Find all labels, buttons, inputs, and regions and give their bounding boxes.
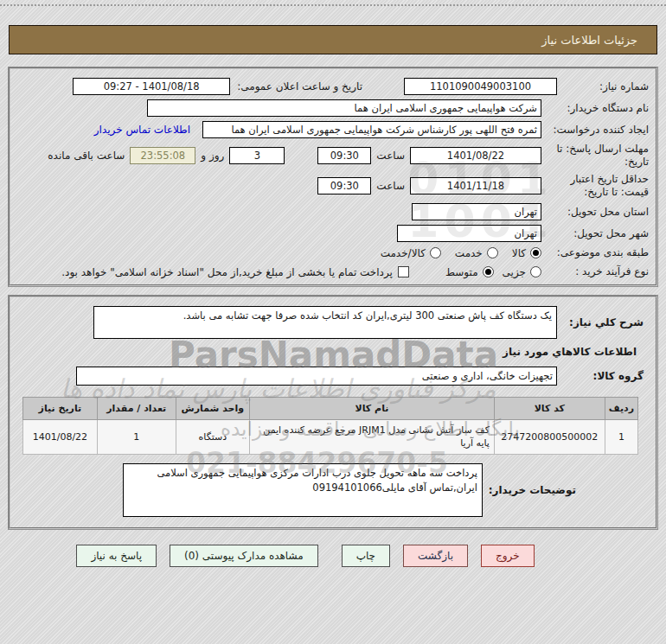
reply-to-need-button[interactable]: پاسخ به نیاز bbox=[76, 545, 157, 567]
category-label: طبقه بندی موضوعی: bbox=[541, 246, 649, 259]
process-radio-medium[interactable] bbox=[483, 266, 494, 277]
price-validity-row: حداقل تاریخ اعتبار قیمت: تا تاریخ: 1401/… bbox=[17, 173, 649, 199]
buyer-notes-field[interactable]: پرداخت سه ماهه تحویل جلوی درب ادارات مرک… bbox=[123, 463, 483, 517]
need-description-row: شرح کلي نياز: یک دستگاه کف پاش صنعتی 300… bbox=[17, 306, 649, 339]
treasury-payment-label: پرداخت تمام یا بخشی از مبلغ خرید,از محل … bbox=[61, 266, 393, 278]
col-quantity: تعداد / مقدار bbox=[97, 398, 176, 420]
category-radio-service[interactable] bbox=[487, 247, 498, 258]
need-items-panel: شرح کلي نياز: یک دستگاه کف پاش صنعتی 300… bbox=[9, 296, 657, 529]
procurement-detail-page: { "header": { "title": "جزئیات اطلاعات ن… bbox=[0, 0, 666, 644]
city-row: شهر محل تحویل: تهران bbox=[17, 225, 649, 242]
category-radio-goods-service[interactable] bbox=[430, 247, 441, 258]
buyer-org-row: نام دستگاه خریدار: شرکت هواپیمایی جمهوری… bbox=[17, 99, 649, 117]
days-remaining-field[interactable]: 3 bbox=[229, 147, 285, 164]
reply-deadline-time-label: ساعت bbox=[376, 150, 405, 162]
cell-quantity: 1 bbox=[97, 420, 176, 455]
need-description-field[interactable]: یک دستگاه کف پاش صنعتی 300 لیتری,ایران ک… bbox=[93, 306, 557, 339]
col-unit: واحد شمارش bbox=[176, 398, 249, 420]
city-label: شهر محل تحویل: bbox=[541, 227, 649, 240]
announce-datetime-label: تاریخ و ساعت اعلان عمومی: bbox=[237, 80, 362, 93]
request-creator-field[interactable]: ثمره فتح اللهی پور کارشناس شرکت هواپیمای… bbox=[202, 121, 541, 138]
action-buttons-row: پاسخ به نیاز مشاهده مدارک پیوستی (0) چاپ… bbox=[0, 545, 614, 567]
col-item-name: نام کالا bbox=[250, 398, 495, 420]
category-row: طبقه بندی موضوعی: کالا خدمت کالا/خدمت bbox=[17, 246, 649, 259]
items-table-header-row: ردیف کد کالا نام کالا واحد شمارش تعداد /… bbox=[23, 398, 638, 420]
category-option-goods-service-label: کالا/خدمت bbox=[381, 247, 426, 259]
countdown-timer: 23:55:08 bbox=[130, 147, 195, 164]
need-number-field[interactable]: 1101090049003100 bbox=[404, 78, 557, 95]
buyer-org-field[interactable]: شرکت هواپیمایی جمهوری اسلامی ایران هما bbox=[147, 99, 541, 117]
cell-item-code: 2747200800500002 bbox=[494, 420, 605, 455]
announce-datetime-field[interactable]: 1401/08/18 - 09:27 bbox=[73, 78, 230, 95]
price-validity-time-label: ساعت bbox=[376, 180, 405, 192]
reply-deadline-row: مهلت ارسال پاسخ: تا تاریخ: 1401/08/22 سا… bbox=[17, 143, 649, 169]
countdown-label: ساعت باقی مانده bbox=[48, 150, 125, 162]
buyer-org-label: نام دستگاه خریدار: bbox=[541, 102, 649, 115]
reply-deadline-label: مهلت ارسال پاسخ: تا تاریخ: bbox=[541, 143, 649, 169]
process-type-label: نوع فرآیند خرید : bbox=[541, 265, 649, 278]
process-radio-minor[interactable] bbox=[530, 266, 541, 277]
goods-group-row: گروه کالا: تجهیزات خانگی، اداری و صنعتی bbox=[17, 367, 649, 386]
cell-need-date: 1401/08/22 bbox=[23, 420, 98, 455]
back-button[interactable]: بازگشت bbox=[403, 545, 468, 567]
items-table: ردیف کد کالا نام کالا واحد شمارش تعداد /… bbox=[22, 397, 638, 455]
treasury-payment-checkbox[interactable] bbox=[398, 266, 409, 277]
page-title: جزئیات اطلاعات نیاز bbox=[541, 34, 637, 47]
price-validity-time-field[interactable]: 09:30 bbox=[317, 177, 371, 194]
need-info-panel: شماره نیاز: 1101090049003100 تاریخ و ساع… bbox=[9, 67, 657, 286]
price-validity-label: حداقل تاریخ اعتبار قیمت: تا تاریخ: bbox=[541, 173, 649, 199]
province-label: استان محل تحویل: bbox=[541, 206, 649, 219]
page-title-bar: جزئیات اطلاعات نیاز bbox=[9, 25, 657, 54]
city-field[interactable]: تهران bbox=[397, 225, 541, 242]
top-divider bbox=[0, 4, 666, 6]
items-section-header: اطلاعات کالاهاي مورد نياز bbox=[17, 346, 637, 358]
cell-row-number: 1 bbox=[605, 420, 637, 455]
goods-group-field[interactable]: تجهیزات خانگی، اداری و صنعتی bbox=[76, 367, 557, 386]
province-row: استان محل تحویل: تهران bbox=[17, 203, 649, 220]
col-need-date: تاریخ نیاز bbox=[23, 398, 98, 420]
print-button[interactable]: چاپ bbox=[342, 545, 390, 567]
reply-deadline-time-field[interactable]: 09:30 bbox=[317, 147, 371, 164]
items-table-row: 1 2747200800500002 کف ساز آتش نشانی مدل … bbox=[23, 420, 638, 455]
cell-item-name: کف ساز آتش نشانی مدل JRJM1 مرجع عرضه کنن… bbox=[250, 420, 495, 455]
goods-group-label: گروه کالا: bbox=[557, 370, 644, 383]
days-label: روز و bbox=[201, 150, 224, 162]
need-number-label: شماره نیاز: bbox=[557, 80, 649, 93]
buyer-notes-row: توضیحات خریدار: پرداخت سه ماهه تحویل جلو… bbox=[17, 463, 649, 517]
buyer-notes-label: توضیحات خریدار: bbox=[483, 484, 576, 497]
col-row-number: ردیف bbox=[605, 398, 637, 420]
category-option-goods-label: کالا bbox=[512, 247, 526, 259]
buyer-contact-link[interactable]: اطلاعات تماس خریدار bbox=[94, 124, 190, 136]
cell-unit: دستگاه bbox=[176, 420, 249, 455]
category-radio-goods[interactable] bbox=[530, 247, 541, 258]
exit-button[interactable]: خروج bbox=[481, 545, 535, 567]
process-option-minor-label: جزیی bbox=[503, 266, 526, 278]
view-attachments-button[interactable]: مشاهده مدارک پیوستی (0) bbox=[170, 545, 318, 567]
province-field[interactable]: تهران bbox=[412, 203, 541, 220]
process-option-medium-label: متوسط bbox=[445, 266, 478, 278]
category-option-service-label: خدمت bbox=[455, 247, 483, 259]
process-type-row: نوع فرآیند خرید : جزیی متوسط پرداخت تمام… bbox=[17, 265, 649, 278]
request-creator-label: ایجاد کننده درخواست: bbox=[541, 124, 649, 137]
price-validity-date-field[interactable]: 1401/11/18 bbox=[410, 177, 541, 194]
need-description-label: شرح کلي نياز: bbox=[557, 316, 644, 329]
col-item-code: کد کالا bbox=[494, 398, 605, 420]
request-creator-row: ایجاد کننده درخواست: ثمره فتح اللهی پور … bbox=[17, 121, 649, 138]
need-number-row: شماره نیاز: 1101090049003100 تاریخ و ساع… bbox=[17, 78, 649, 95]
reply-deadline-date-field[interactable]: 1401/08/22 bbox=[410, 147, 541, 164]
